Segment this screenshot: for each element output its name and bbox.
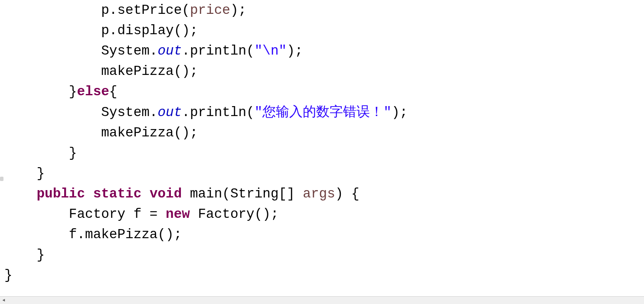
code-line: } (4, 247, 45, 262)
code-line: } (4, 146, 77, 161)
code-line: }else{ (4, 84, 117, 99)
code-line: System.out.println("您输入的数字错误！"); (4, 105, 408, 120)
code-line: makePizza(); (4, 64, 198, 79)
scroll-left-arrow-icon[interactable]: ◄ (0, 297, 7, 304)
code-line: System.out.println("\n"); (4, 43, 303, 58)
code-line: } (4, 166, 45, 181)
code-line: p.display(); (4, 23, 198, 38)
code-line: p.setPrice(price); (4, 3, 246, 18)
horizontal-scrollbar[interactable]: ◄ (0, 296, 644, 304)
scroll-track[interactable] (7, 297, 644, 304)
code-line: } (4, 268, 13, 283)
code-line: makePizza(); (4, 125, 198, 140)
code-line: public static void main(String[] args) { (4, 186, 360, 201)
code-line: f.makePizza(); (4, 227, 182, 242)
code-editor[interactable]: p.setPrice(price); p.display(); System.o… (0, 0, 644, 304)
code-content[interactable]: p.setPrice(price); p.display(); System.o… (0, 0, 644, 295)
code-line: Factory f = new Factory(); (4, 207, 279, 222)
